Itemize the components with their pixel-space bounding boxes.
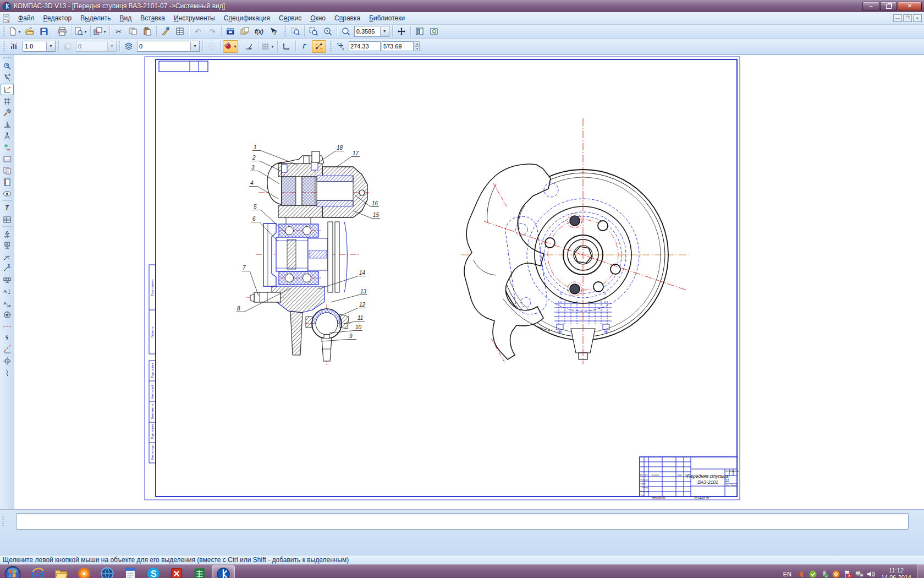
child-restore-button[interactable]: ❐ <box>903 14 912 22</box>
copies-combobox[interactable]: 0▼ <box>76 41 117 52</box>
compass-icon[interactable] <box>1 130 14 141</box>
zoom-frame-icon[interactable] <box>306 25 321 38</box>
child-minimize-button[interactable]: — <box>893 14 902 22</box>
taskbar-spreadsheet-icon[interactable] <box>189 565 211 578</box>
text-down-icon[interactable]: A <box>1 286 14 297</box>
toolbar-grip[interactable] <box>329 41 332 51</box>
menu-item-insert[interactable]: Вставка <box>136 13 169 23</box>
measure-icon[interactable] <box>1 61 14 72</box>
chevron-down-icon[interactable]: ▼ <box>380 27 389 36</box>
drawing-sheet[interactable]: Перв. примен.Справ. № Подп. и датаИнв. №… <box>14 55 924 509</box>
perpendicular-icon[interactable] <box>1 118 14 130</box>
break-line-icon[interactable]: ϟ <box>1 332 14 343</box>
centerline-icon[interactable] <box>1 320 14 332</box>
datum-icon[interactable] <box>1 228 14 239</box>
ortho-mode-icon[interactable]: Г <box>298 40 312 53</box>
tray-audio-device-icon[interactable] <box>797 570 806 578</box>
layer-combobox[interactable]: 0▼ <box>137 41 200 52</box>
undo-icon[interactable]: ↶ <box>191 25 205 38</box>
reference-circle-icon[interactable] <box>205 40 219 53</box>
toolbar-grip[interactable] <box>3 26 6 36</box>
child-document-icon[interactable] <box>2 14 10 23</box>
menu-item-tools[interactable]: Инструменты <box>169 13 219 23</box>
child-close-button[interactable]: × <box>913 14 922 22</box>
tray-volume-icon[interactable] <box>866 570 876 578</box>
leader-text-icon[interactable]: E <box>1 263 14 274</box>
scale-combobox[interactable]: 1.0▼ <box>23 41 56 52</box>
tray-action-center-icon[interactable] <box>843 570 853 578</box>
variables-icon[interactable]: f(x) <box>252 25 266 38</box>
tile-windows-icon[interactable] <box>238 25 252 38</box>
zoom-in-out-icon[interactable] <box>321 25 335 38</box>
menu-item-window[interactable]: Окно <box>306 13 330 23</box>
drawing-canvas[interactable]: Перв. примен.Справ. № Подп. и датаИнв. №… <box>14 55 924 509</box>
text-right-icon[interactable]: A <box>1 297 14 309</box>
toolbar-grip[interactable] <box>284 26 287 36</box>
table-icon[interactable] <box>1 214 14 225</box>
edit-icon[interactable] <box>1 107 14 118</box>
tray-usb-device-icon[interactable] <box>820 570 829 578</box>
layers-icon[interactable] <box>122 40 136 53</box>
language-indicator[interactable]: EN <box>783 571 791 577</box>
show-desktop-button[interactable] <box>917 564 924 578</box>
taskbar-media-player-icon[interactable] <box>73 565 95 578</box>
new-document-icon[interactable]: ▼ <box>7 25 23 38</box>
pan-icon[interactable] <box>394 25 409 38</box>
menu-item-view[interactable]: Вид <box>116 13 136 23</box>
print-preview-icon[interactable]: ▼ <box>73 25 89 38</box>
taskbar-skype-icon[interactable]: S <box>142 565 164 578</box>
menu-item-specification[interactable]: Спецификация <box>219 13 274 23</box>
grid-icon[interactable] <box>1 95 14 107</box>
show-document-icon[interactable] <box>223 25 238 38</box>
taskbar-file-explorer-icon[interactable] <box>50 565 72 578</box>
copy-properties-icon[interactable] <box>158 25 173 38</box>
copy-icon[interactable] <box>126 25 140 38</box>
copies-icon[interactable] <box>61 40 75 53</box>
text-icon[interactable]: T <box>1 202 14 214</box>
zoom-combobox[interactable]: 0.3585▼ <box>354 26 389 37</box>
redo-icon[interactable]: ↷ <box>205 25 219 38</box>
snap-points-icon[interactable] <box>312 40 326 53</box>
chevron-down-icon[interactable]: ▼ <box>46 42 55 51</box>
tolerance-frame-icon[interactable] <box>1 274 14 286</box>
taskbar-web-browser-icon[interactable] <box>96 565 118 578</box>
fit-document-icon[interactable] <box>413 25 427 38</box>
geometry-icon[interactable] <box>1 84 14 95</box>
select-icon[interactable] <box>1 72 14 84</box>
object-help-icon[interactable]: ? <box>266 25 280 38</box>
menu-item-service[interactable]: Сервис <box>274 13 306 23</box>
section-wheel-icon[interactable] <box>1 309 14 320</box>
taskbar-kompas-icon[interactable] <box>212 565 235 578</box>
panel-grip[interactable] <box>3 57 12 59</box>
save-document-icon[interactable] <box>37 25 51 38</box>
maximize-button[interactable] <box>880 2 897 11</box>
menu-item-editor[interactable]: Редактор <box>39 13 76 23</box>
zoom-area-icon[interactable] <box>288 25 302 38</box>
menu-item-select[interactable]: Выделить <box>76 13 115 23</box>
paste-icon[interactable] <box>140 25 155 38</box>
base-symbol-icon[interactable]: A <box>1 239 14 251</box>
refresh-view-icon[interactable] <box>427 25 441 38</box>
current-scale-icon[interactable] <box>7 40 21 53</box>
coord-xy-icon[interactable]: Yx <box>334 40 348 53</box>
cut-icon[interactable]: ✂ <box>112 25 126 38</box>
chevron-down-icon[interactable]: ▼ <box>107 42 116 51</box>
tray-network-icon[interactable] <box>855 570 864 578</box>
start-button[interactable] <box>2 565 23 578</box>
coordinate-spinner[interactable]: ▲▼ <box>415 41 420 51</box>
insert-fragment-icon[interactable]: ▼ <box>92 25 108 38</box>
plus-minus-icon[interactable] <box>1 141 14 153</box>
taskbar-red-app-icon[interactable] <box>166 565 188 578</box>
view-icon[interactable] <box>1 188 14 199</box>
magnet-snap-icon[interactable]: ▼ <box>223 40 238 53</box>
toolbar-grip[interactable] <box>3 41 6 51</box>
menu-item-libraries[interactable]: Библиотеки <box>365 13 409 23</box>
center-mark-icon[interactable] <box>1 355 14 367</box>
print-icon[interactable] <box>55 25 69 38</box>
clock[interactable]: 11:12 14.06.2014 <box>881 567 911 578</box>
open-document-icon[interactable] <box>23 25 37 38</box>
wavy-break-icon[interactable] <box>1 367 14 378</box>
document-manager-icon[interactable] <box>173 25 187 38</box>
pages-icon[interactable] <box>1 165 14 176</box>
y-coordinate-field[interactable]: 573.69 <box>382 41 414 51</box>
